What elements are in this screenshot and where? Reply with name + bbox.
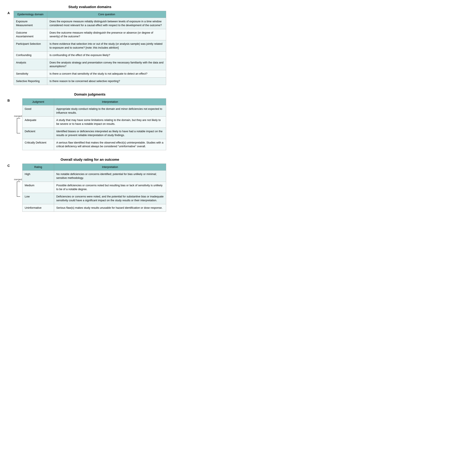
section-b-bracket-svg xyxy=(16,118,20,134)
section-c: C Overall study rating for an outcome me… xyxy=(7,158,166,212)
section-a-col2-header: Core question xyxy=(47,11,166,18)
section-c-bracket-label: merged xyxy=(14,178,22,181)
rating-cell: High xyxy=(22,170,54,182)
section-b-col2-header: Interpretation xyxy=(54,98,166,105)
domain-cell: Exposure Measurement xyxy=(14,18,47,29)
domain-cell: Analysis xyxy=(14,59,47,70)
interpretation-cell: A serious flaw identified that makes the… xyxy=(54,139,166,150)
interpretation-cell: Identified biases or deficiencies interp… xyxy=(54,128,166,139)
domain-cell: Sensitivity xyxy=(14,70,47,78)
question-cell: Is confounding of the effect of the expo… xyxy=(47,51,166,59)
question-cell: Is there reason to be concerned about se… xyxy=(47,77,166,85)
judgment-cell: Critically Deficient xyxy=(22,139,54,150)
interpretation-cell: Deficiencies or concerns were noted, and… xyxy=(54,193,166,204)
section-b-col1-header: Judgment xyxy=(22,98,54,105)
table-row: Selective Reporting Is there reason to b… xyxy=(14,77,166,85)
interpretation-cell: Serious flaw(s) makes study results unus… xyxy=(54,204,166,212)
section-c-col2-header: Interpretation xyxy=(54,164,166,170)
domain-cell: Confounding xyxy=(14,51,47,59)
table-row: Low Deficiencies or concerns were noted,… xyxy=(22,193,166,204)
question-cell: Does the outcome measure reliably distin… xyxy=(47,29,166,40)
judgment-cell: Adequate xyxy=(22,117,54,128)
interpretation-cell: Appropriate study conduct relating to th… xyxy=(54,105,166,117)
rating-cell: Medium xyxy=(22,182,54,193)
table-row: Good Appropriate study conduct relating … xyxy=(22,105,166,117)
section-b-bracket-label: merged xyxy=(14,115,22,118)
domain-cell: Selective Reporting xyxy=(14,77,47,85)
question-cell: Does the analysis strategy and presentat… xyxy=(47,59,166,70)
section-a-col1-header: Epidemiology domain xyxy=(14,11,47,18)
judgment-cell: Deficient xyxy=(22,128,54,139)
section-c-col1-header: Rating xyxy=(22,164,54,170)
section-b: B Domain judgments merged xyxy=(7,92,166,150)
section-b-table-wrap: Judgment Interpretation Good Appropriate… xyxy=(22,98,166,150)
rating-cell: Uninformative xyxy=(22,204,54,212)
table-row: Sensitivity Is there a concern that sens… xyxy=(14,70,166,78)
section-b-title: Domain judgments xyxy=(14,92,166,96)
section-c-label: C xyxy=(7,158,14,168)
question-cell: Is there a concern that sensitivity of t… xyxy=(47,70,166,78)
table-row: Participant Selection Is there evidence … xyxy=(14,40,166,51)
section-c-title: Overall study rating for an outcome xyxy=(14,158,166,162)
section-c-table-wrap: Rating Interpretation High No notable de… xyxy=(22,164,166,212)
rating-cell: Low xyxy=(22,193,54,204)
table-row: Outcome Ascertainment Does the outcome m… xyxy=(14,29,166,40)
table-row: Confounding Is confounding of the effect… xyxy=(14,51,166,59)
table-row: Adequate A study that may have some limi… xyxy=(22,117,166,128)
table-row: Uninformative Serious flaw(s) makes stud… xyxy=(22,204,166,212)
section-b-table: Judgment Interpretation Good Appropriate… xyxy=(22,98,166,150)
domain-cell: Outcome Ascertainment xyxy=(14,29,47,40)
section-c-merged-bracket: merged xyxy=(14,164,22,212)
table-row: High No notable deficiencies or concerns… xyxy=(22,170,166,182)
question-cell: Does the exposure measure reliably disti… xyxy=(47,18,166,29)
section-b-label: B xyxy=(7,92,14,102)
question-cell: Is there evidence that selection into or… xyxy=(47,40,166,51)
section-c-bracket-svg xyxy=(16,181,20,197)
table-row: Critically Deficient A serious flaw iden… xyxy=(22,139,166,150)
table-row: Medium Possible deficiencies or concerns… xyxy=(22,182,166,193)
judgment-cell: Good xyxy=(22,105,54,117)
table-row: Analysis Does the analysis strategy and … xyxy=(14,59,166,70)
section-a-table: Epidemiology domain Core question Exposu… xyxy=(14,11,166,85)
interpretation-cell: Possible deficiencies or concerns noted … xyxy=(54,182,166,193)
table-row: Deficient Identified biases or deficienc… xyxy=(22,128,166,139)
section-a: A Study evaluation domains Epidemiology … xyxy=(7,5,166,85)
section-c-table: Rating Interpretation High No notable de… xyxy=(22,164,166,212)
section-a-title: Study evaluation domains xyxy=(14,5,166,9)
interpretation-cell: No notable deficiencies or concerns iden… xyxy=(54,170,166,182)
domain-cell: Participant Selection xyxy=(14,40,47,51)
interpretation-cell: A study that may have some limitations r… xyxy=(54,117,166,128)
section-b-merged-bracket: merged xyxy=(14,98,22,150)
section-a-label: A xyxy=(7,5,14,15)
table-row: Exposure Measurement Does the exposure m… xyxy=(14,18,166,29)
